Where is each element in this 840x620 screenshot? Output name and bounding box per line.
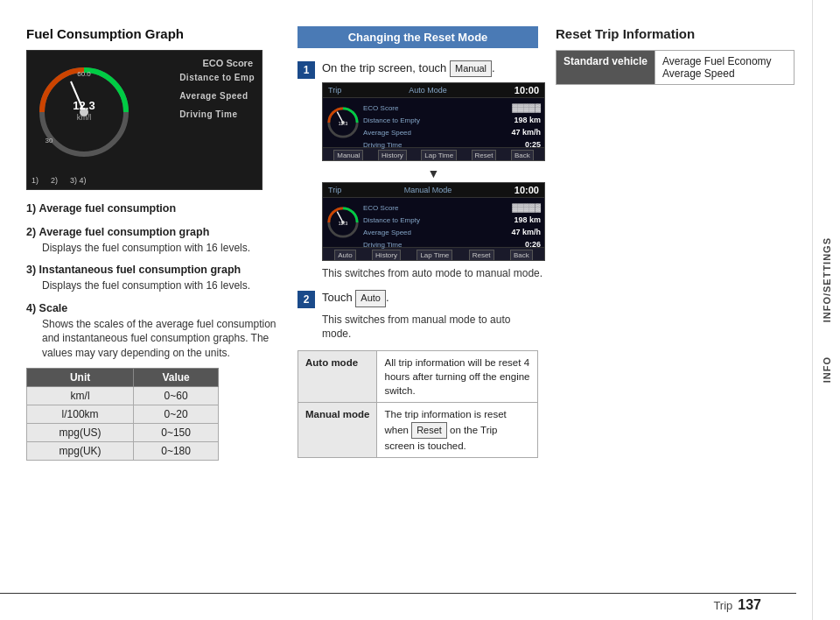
screen-image-1: Trip Auto Mode 10:00 bbox=[322, 82, 545, 161]
screen2-data: ECO Score ▓▓▓▓▓ Distance to Empty 198 km… bbox=[363, 201, 541, 243]
step-1-desc: This switches from auto mode to manual m… bbox=[322, 266, 545, 281]
screen1-bottom: Manual History Lap Time Reset Back bbox=[323, 147, 544, 161]
step-1-container: 1 On the trip screen, touch Manual. Trip… bbox=[298, 60, 538, 281]
list-item-1: 1) Average fuel consumption bbox=[26, 201, 280, 217]
footer-page-number: 137 bbox=[738, 597, 761, 613]
table-cell-unit-2: l/100km bbox=[27, 405, 134, 423]
screen2-time: 10:00 bbox=[514, 185, 539, 195]
table-cell-val-1: 0~60 bbox=[134, 386, 219, 405]
sidebar-tab-info[interactable]: INFO bbox=[818, 344, 836, 395]
page-footer: Trip 137 bbox=[0, 593, 796, 613]
screen2-gauge: 12.3 bbox=[326, 201, 360, 243]
screen1-tab: Trip bbox=[328, 86, 341, 95]
label-distance: Distance to Emp bbox=[179, 73, 255, 82]
table-cell-val-3: 0~150 bbox=[134, 423, 219, 441]
callout-2: 2) bbox=[51, 176, 58, 185]
footer-label: Trip bbox=[713, 599, 732, 612]
eco-score-label: ECO Score bbox=[203, 58, 253, 68]
svg-text:30: 30 bbox=[46, 137, 53, 144]
gauge-labels-right: Distance to Emp Average Speed Driving Ti… bbox=[179, 73, 255, 119]
svg-text:60.0: 60.0 bbox=[77, 70, 91, 78]
svg-text:12.3: 12.3 bbox=[73, 99, 94, 112]
screen1-time: 10:00 bbox=[514, 85, 539, 95]
step-2-content: Touch Auto. This switches from manual mo… bbox=[322, 290, 538, 342]
changing-reset-header: Changing the Reset Mode bbox=[298, 26, 538, 48]
screen2-btn-back: Back bbox=[510, 250, 533, 261]
table-header-unit: Unit bbox=[27, 368, 134, 386]
list-item-3: 3) Instantaneous fuel consumption graph … bbox=[26, 262, 280, 293]
footer-content: Trip 137 bbox=[713, 597, 761, 613]
screen2-bottom: Auto History Lap Time Reset Back bbox=[323, 247, 544, 261]
step-1-text: On the trip screen, touch Manual. bbox=[322, 60, 545, 77]
list-item-4: 4) Scale Shows the scales of the average… bbox=[26, 300, 280, 361]
right-column: Reset Trip Information Standard vehicle … bbox=[556, 26, 794, 602]
label-driving-time: Driving Time bbox=[179, 109, 255, 119]
screen2-tab: Trip bbox=[328, 186, 341, 194]
svg-text:12.3: 12.3 bbox=[338, 121, 347, 126]
step-2-container: 2 Touch Auto. This switches from manual … bbox=[298, 290, 538, 342]
table-row: mpg(UK) 0~180 bbox=[27, 441, 219, 460]
step-2-number: 2 bbox=[298, 291, 315, 308]
screen1-btn-laptime: Lap Time bbox=[421, 150, 457, 161]
arrow-down-icon: ▼ bbox=[322, 166, 545, 180]
main-area: Fuel Consumption Graph ECO Score bbox=[0, 0, 812, 620]
table-row: km/l 0~60 bbox=[27, 386, 219, 405]
reset-info-title: Reset Trip Information bbox=[556, 26, 794, 41]
reset-inline-button[interactable]: Reset bbox=[411, 422, 447, 439]
mode-table: Auto mode All trip information will be r… bbox=[298, 350, 538, 458]
vehicle-table: Standard vehicle Average Fuel Economy Av… bbox=[556, 50, 794, 85]
screen2-mode: Manual Mode bbox=[404, 186, 452, 194]
label-avg-speed: Average Speed bbox=[179, 91, 255, 101]
screen2-btn-laptime: Lap Time bbox=[416, 250, 452, 261]
table-row: l/100km 0~20 bbox=[27, 405, 219, 423]
table-cell-unit-4: mpg(UK) bbox=[27, 441, 134, 460]
mode-table-auto-label: Auto mode bbox=[298, 351, 377, 403]
item-list: 1) Average fuel consumption 2) Average f… bbox=[26, 201, 280, 361]
screen2-btn-auto: Auto bbox=[334, 250, 355, 261]
screen1-btn-reset: Reset bbox=[472, 150, 497, 161]
callout-indicators: 1) 2) 3) 4) bbox=[32, 176, 87, 185]
table-cell-unit-3: mpg(US) bbox=[27, 423, 134, 441]
left-section-title: Fuel Consumption Graph bbox=[26, 26, 280, 41]
gauge-svg: 12.3 km/l 60.0 30 bbox=[36, 64, 132, 160]
left-column: Fuel Consumption Graph ECO Score bbox=[26, 26, 280, 602]
screen-image-2: Trip Manual Mode 10:00 bbox=[322, 182, 545, 261]
table-row: Manual mode The trip information is rese… bbox=[298, 403, 538, 458]
right-sidebar: INFO/SETTINGS INFO bbox=[812, 0, 840, 620]
sidebar-tab-info-settings[interactable]: INFO/SETTINGS bbox=[818, 225, 836, 335]
screen2-btn-reset: Reset bbox=[469, 250, 494, 261]
table-header-value: Value bbox=[134, 368, 219, 386]
screen1-gauge: 12.3 bbox=[326, 102, 360, 144]
screen1-data: ECO Score ▓▓▓▓▓ Distance to Empty 198 km… bbox=[363, 102, 541, 144]
page-content: Fuel Consumption Graph ECO Score bbox=[0, 0, 840, 620]
manual-button[interactable]: Manual bbox=[450, 60, 492, 77]
mode-table-manual-desc: The trip information is reset when Reset… bbox=[377, 403, 538, 458]
callout-3: 3) 4) bbox=[70, 176, 87, 185]
step-1-content: On the trip screen, touch Manual. Trip A… bbox=[322, 60, 545, 281]
screen1-btn-back: Back bbox=[511, 150, 534, 161]
mode-table-auto-desc: All trip information will be reset 4 hou… bbox=[377, 351, 538, 403]
step-2-label: Touch bbox=[322, 291, 353, 304]
auto-button[interactable]: Auto bbox=[355, 290, 386, 306]
vehicle-col-content: Average Fuel Economy Average Speed bbox=[655, 51, 794, 85]
step-2-desc: This switches from manual mode to auto m… bbox=[322, 313, 538, 342]
fuel-table: Unit Value km/l 0~60 l/100km 0~20 mpg(US… bbox=[26, 368, 219, 461]
svg-text:12.3: 12.3 bbox=[338, 221, 347, 226]
table-cell-val-4: 0~180 bbox=[134, 441, 219, 460]
table-row: Standard vehicle Average Fuel Economy Av… bbox=[556, 51, 794, 85]
mode-table-manual-label: Manual mode bbox=[298, 403, 377, 458]
graph-image: ECO Score 12.3 km/l bbox=[26, 50, 262, 190]
step-1-label: On the trip screen, touch bbox=[322, 61, 446, 74]
vehicle-col-header: Standard vehicle bbox=[556, 51, 655, 85]
screen1-mode: Auto Mode bbox=[409, 86, 447, 95]
step-1-number: 1 bbox=[298, 61, 315, 79]
screen2-btn-history: History bbox=[372, 250, 401, 261]
table-cell-val-2: 0~20 bbox=[134, 405, 219, 423]
mid-column: Changing the Reset Mode 1 On the trip sc… bbox=[298, 26, 538, 602]
list-item-2: 2) Average fuel consumption graph Displa… bbox=[26, 224, 280, 256]
screen1-btn-manual: Manual bbox=[333, 150, 363, 161]
table-row: mpg(US) 0~150 bbox=[27, 423, 219, 441]
screen1-btn-history: History bbox=[378, 150, 407, 161]
svg-text:km/l: km/l bbox=[77, 113, 92, 122]
table-row: Auto mode All trip information will be r… bbox=[298, 351, 538, 403]
